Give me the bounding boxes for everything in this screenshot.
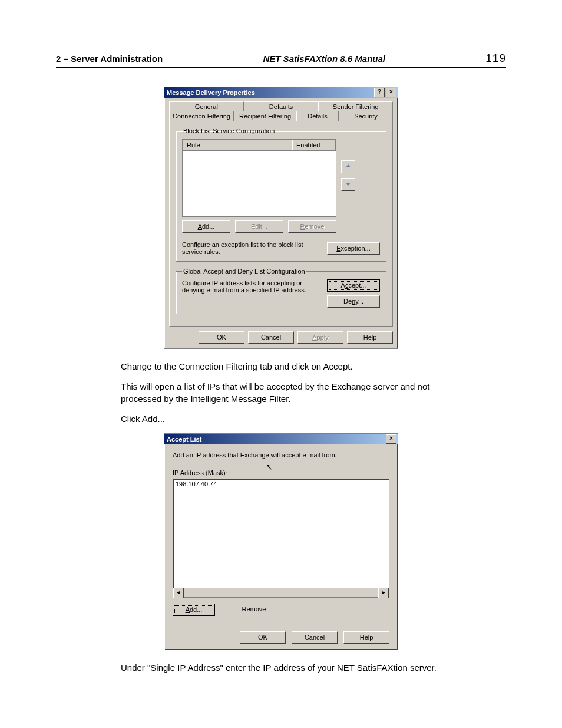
tab-recipient-filtering[interactable]: Recipient Filtering (234, 111, 296, 121)
close-icon[interactable]: × (386, 434, 396, 444)
ok-button[interactable]: OK (199, 331, 244, 344)
tab-general[interactable]: General (169, 101, 244, 111)
paragraph-1: Change to the Connection Filtering tab a… (121, 361, 451, 373)
tab-content: Block List Service Configuration Rule En… (169, 121, 393, 327)
help-button[interactable]: Help (347, 331, 393, 344)
ip-label: IP Address (Mask): (173, 469, 389, 476)
dialog-title: Message Delivery Properties (167, 89, 255, 96)
scroll-left-icon[interactable]: ◄ (173, 588, 184, 598)
dialog2-titlebar: Accept List × (164, 434, 398, 444)
horizontal-scrollbar[interactable]: ◄ ► (173, 588, 389, 597)
col-rule: Rule (183, 140, 292, 150)
cancel-button-2[interactable]: Cancel (292, 631, 338, 644)
cursor-icon: ↖ (266, 462, 273, 472)
help-button-2[interactable]: Help (343, 631, 389, 644)
exception-button[interactable]: Exception... (327, 242, 380, 255)
ip-item[interactable]: 198.107.40.74 (176, 480, 386, 487)
edit-rule-button: Edit... (235, 220, 283, 233)
block-list-group: Block List Service Configuration Rule En… (176, 127, 386, 262)
tab-details[interactable]: Details (296, 111, 339, 121)
page-number: 119 (485, 52, 506, 65)
exception-text: Configure an exception list to the block… (182, 241, 322, 255)
move-down-button[interactable] (341, 178, 355, 191)
accept-list-dialog: Accept List × Add an IP address that Exc… (164, 433, 398, 650)
global-list-group: Global Accept and Deny List Configuratio… (176, 268, 386, 314)
dialog2-title: Accept List (167, 436, 201, 443)
chevron-up-icon (345, 164, 351, 169)
dialog-titlebar: Message Delivery Properties ? × (164, 87, 398, 98)
header-title: NET SatisFAXtion 8.6 Manual (263, 54, 385, 64)
ip-listbox[interactable]: 198.107.40.74 ◄ ► (173, 479, 389, 598)
cancel-button[interactable]: Cancel (248, 331, 294, 344)
move-up-button[interactable] (341, 160, 355, 173)
deny-button[interactable]: Deny... (327, 295, 380, 308)
tab-defaults[interactable]: Defaults (244, 101, 319, 111)
add-rule-button[interactable]: Add... (182, 220, 230, 233)
accept-button[interactable]: Accept... (327, 279, 380, 292)
page-header: 2 – Server Administration NET SatisFAXti… (56, 52, 506, 68)
tab-connection-filtering[interactable]: Connection Filtering (169, 111, 234, 121)
message-delivery-dialog: Message Delivery Properties ? × General … (164, 87, 398, 349)
paragraph-4: Under "Single IP Address" enter the IP a… (121, 662, 451, 674)
global-list-text: Configure IP address lists for accepting… (182, 279, 322, 294)
paragraph-2: This will open a list of IPs that will b… (121, 381, 451, 405)
apply-button: Apply (297, 331, 343, 344)
tab-sender-filtering[interactable]: Sender Filtering (318, 101, 393, 111)
remove-rule-button: Remove (288, 220, 336, 233)
header-section: 2 – Server Administration (56, 54, 163, 64)
close-icon[interactable]: × (386, 88, 396, 97)
ok-button-2[interactable]: OK (240, 631, 286, 644)
help-icon[interactable]: ? (374, 88, 385, 97)
add-ip-button[interactable]: Add... (173, 604, 215, 616)
block-list-legend: Block List Service Configuration (182, 127, 276, 134)
tab-security[interactable]: Security (339, 111, 393, 121)
global-list-legend: Global Accept and Deny List Configuratio… (182, 268, 306, 275)
scroll-right-icon[interactable]: ► (378, 588, 389, 598)
col-enabled: Enabled (292, 140, 336, 150)
chevron-down-icon (345, 182, 351, 186)
remove-ip-button[interactable]: Remove (233, 604, 275, 616)
paragraph-3: Click Add... (121, 413, 451, 425)
rules-listbox[interactable]: Rule Enabled (182, 139, 336, 217)
dialog2-instruction: Add an IP address that Exchange will acc… (173, 452, 389, 459)
